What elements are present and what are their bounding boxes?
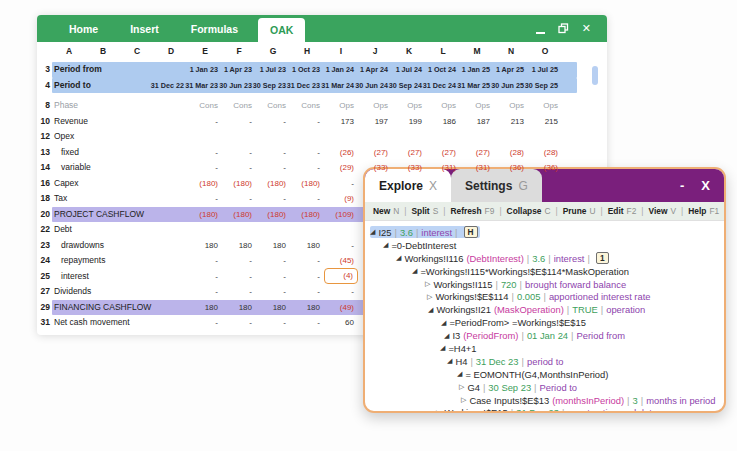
cell-N10[interactable]: 213 bbox=[494, 114, 528, 130]
cell-O3[interactable]: 1 Jul 25 bbox=[528, 62, 562, 78]
tree-node-7[interactable]: ◢=PeriodFrom> =Workings!$E$15 bbox=[370, 316, 718, 329]
row-number[interactable]: 20 bbox=[37, 207, 50, 223]
cell-H3[interactable]: 1 Oct 23 bbox=[290, 62, 324, 78]
cell-L14[interactable]: (31) bbox=[426, 160, 460, 176]
row-label[interactable]: drawdowns bbox=[61, 238, 104, 254]
row-label[interactable]: Revenue bbox=[54, 114, 88, 130]
tree-node-10[interactable]: ◢H4|31 Dec 23|period to bbox=[370, 355, 718, 368]
cell-F14[interactable]: - bbox=[222, 160, 256, 176]
cell-M3[interactable]: 1 Jan 25 bbox=[460, 62, 494, 78]
column-header-J[interactable]: J bbox=[358, 44, 392, 59]
row-label[interactable]: Opex bbox=[54, 129, 74, 145]
cell-L10[interactable]: 186 bbox=[426, 114, 460, 130]
column-header-D[interactable]: D bbox=[154, 44, 188, 59]
vertical-scrollbar-thumb[interactable] bbox=[592, 66, 598, 85]
row-number[interactable]: 4 bbox=[37, 78, 50, 94]
tree-collapse-icon[interactable]: ◢ bbox=[447, 357, 452, 365]
cell-H10[interactable]: - bbox=[290, 114, 324, 130]
cell-E3[interactable]: 1 Jan 23 bbox=[188, 62, 222, 78]
cell-E29[interactable]: 180 bbox=[188, 300, 222, 316]
cell-M10[interactable]: 187 bbox=[460, 114, 494, 130]
cell-I24[interactable]: (45) bbox=[324, 253, 358, 269]
tree-collapse-icon[interactable]: ◢ bbox=[444, 332, 449, 340]
cell-I16[interactable]: - bbox=[324, 176, 358, 192]
cell-M13[interactable]: (27) bbox=[460, 145, 494, 161]
cell-G8[interactable]: Cons bbox=[256, 98, 290, 114]
cell-J3[interactable]: 1 Apr 24 bbox=[358, 62, 392, 78]
cell-I23[interactable]: - bbox=[324, 238, 358, 254]
tree-collapse-icon[interactable]: ◢ bbox=[440, 344, 445, 352]
ribbon-tab-oak[interactable]: OAK bbox=[258, 18, 305, 42]
cell-F20[interactable]: (180) bbox=[222, 207, 256, 223]
ribbon-tab-insert[interactable]: Insert bbox=[118, 15, 171, 42]
cell-F13[interactable]: - bbox=[222, 145, 256, 161]
cell-H8[interactable]: Cons bbox=[290, 98, 324, 114]
row-label[interactable]: Period from bbox=[54, 62, 102, 78]
close-icon[interactable]: ✕ bbox=[582, 23, 591, 34]
cell-E31[interactable]: - bbox=[188, 315, 222, 331]
selected-cell-I25[interactable]: (4) bbox=[324, 268, 358, 285]
row-number[interactable]: 25 bbox=[37, 269, 50, 285]
tree-collapse-icon[interactable]: ◢ bbox=[441, 319, 446, 327]
cell-O10[interactable]: 215 bbox=[528, 114, 562, 130]
tree-expand-icon[interactable]: ▷ bbox=[436, 409, 441, 413]
cell-N4[interactable]: 30 Jun 25 bbox=[494, 78, 528, 94]
ribbon-tab-formulas[interactable]: Formulas bbox=[179, 15, 250, 42]
cell-G18[interactable]: - bbox=[256, 191, 290, 207]
cell-N8[interactable]: Ops bbox=[494, 98, 528, 114]
cell-H27[interactable]: - bbox=[290, 284, 324, 300]
cell-F25[interactable]: - bbox=[222, 269, 256, 285]
row-label[interactable]: Debt bbox=[54, 222, 72, 238]
cell-E25[interactable]: - bbox=[188, 269, 222, 285]
cell-G10[interactable]: - bbox=[256, 114, 290, 130]
cell-O14[interactable]: (36) bbox=[528, 160, 562, 176]
cell-H13[interactable]: - bbox=[290, 145, 324, 161]
cell-G20[interactable]: (180) bbox=[256, 207, 290, 223]
cell-G14[interactable]: - bbox=[256, 160, 290, 176]
cell-E27[interactable]: - bbox=[188, 284, 222, 300]
cell-J10[interactable]: 197 bbox=[358, 114, 392, 130]
cell-E20[interactable]: (180) bbox=[188, 207, 222, 223]
cell-E18[interactable]: - bbox=[188, 191, 222, 207]
cell-L3[interactable]: 1 Oct 24 bbox=[426, 62, 460, 78]
row-number[interactable]: 8 bbox=[37, 98, 50, 114]
column-header-F[interactable]: F bbox=[222, 44, 256, 59]
cell-N14[interactable]: (36) bbox=[494, 160, 528, 176]
cell-I10[interactable]: 173 bbox=[324, 114, 358, 130]
tree-expand-icon[interactable]: ▷ bbox=[459, 383, 464, 391]
column-header-E[interactable]: E bbox=[188, 44, 222, 59]
cell-K13[interactable]: (27) bbox=[392, 145, 426, 161]
cell-K14[interactable]: (33) bbox=[392, 160, 426, 176]
tree-node-3[interactable]: ◢=Workings!I115*Workings!$E$114*MaskOper… bbox=[370, 265, 718, 278]
tree-collapse-icon[interactable]: ◢ bbox=[412, 267, 417, 275]
cell-G24[interactable]: - bbox=[256, 253, 290, 269]
tree-expand-icon[interactable]: ▷ bbox=[425, 280, 430, 288]
tree-node-4[interactable]: ▷Workings!I115|720|brought forward balan… bbox=[370, 278, 718, 291]
cell-F10[interactable]: - bbox=[222, 114, 256, 130]
ribbon-tab-home[interactable]: Home bbox=[57, 15, 110, 42]
cell-H14[interactable]: - bbox=[290, 160, 324, 176]
cell-H18[interactable]: - bbox=[290, 191, 324, 207]
cell-H29[interactable]: 180 bbox=[290, 300, 324, 316]
cell-F18[interactable]: - bbox=[222, 191, 256, 207]
row-number[interactable]: 12 bbox=[37, 129, 50, 145]
tree-expand-icon[interactable]: ▷ bbox=[461, 396, 466, 404]
cell-F8[interactable]: Cons bbox=[222, 98, 256, 114]
cell-E8[interactable]: Cons bbox=[188, 98, 222, 114]
cell-E14[interactable]: - bbox=[188, 160, 222, 176]
row-number[interactable]: 22 bbox=[37, 222, 50, 238]
cell-N3[interactable]: 1 Apr 25 bbox=[494, 62, 528, 78]
cell-O4[interactable]: 30 Sep 25 bbox=[528, 78, 562, 94]
cell-I29[interactable]: (49) bbox=[324, 300, 358, 316]
column-header-O[interactable]: O bbox=[528, 44, 562, 59]
tree-node-14[interactable]: ▷Workings!$E15|31 Dec 23|construction en… bbox=[370, 406, 718, 413]
cell-G31[interactable]: - bbox=[256, 315, 290, 331]
cell-H16[interactable]: (180) bbox=[290, 176, 324, 192]
column-header-M[interactable]: M bbox=[460, 44, 494, 59]
cell-F31[interactable]: - bbox=[222, 315, 256, 331]
cell-F16[interactable]: (180) bbox=[222, 176, 256, 192]
cell-L4[interactable]: 31 Dec 24 bbox=[426, 78, 460, 94]
row-label[interactable]: FINANCING CASHFLOW bbox=[54, 300, 151, 316]
column-header-K[interactable]: K bbox=[392, 44, 426, 59]
tree-node-11[interactable]: ◢= EOMONTH(G4,MonthsInPeriod) bbox=[370, 368, 718, 381]
